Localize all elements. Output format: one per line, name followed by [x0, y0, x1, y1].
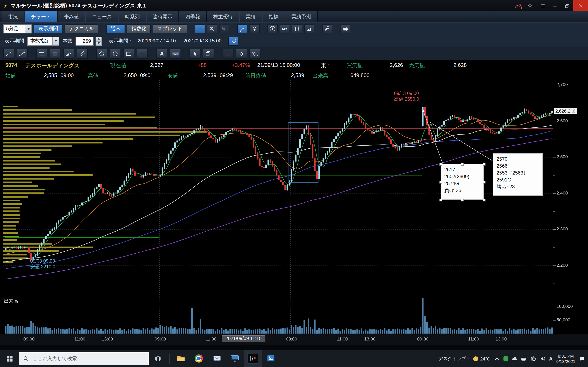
h-line-tool[interactable]	[137, 49, 148, 58]
channel-tool[interactable]	[77, 49, 88, 58]
h-grid-dense-tool[interactable]	[50, 49, 61, 58]
eraser-all-tool[interactable]	[250, 49, 260, 58]
print-button[interactable]	[340, 24, 350, 33]
spinner-down-icon[interactable]	[95, 41, 102, 45]
task-view-button[interactable]	[149, 350, 167, 367]
chevron-down-icon[interactable]	[25, 25, 31, 33]
volume-pane-label: 出来高	[4, 298, 18, 304]
note-box-1[interactable]: 26172602(2609)2574G負け-35	[441, 164, 484, 200]
volume-axis-label: 100,000	[557, 304, 573, 309]
weather-temp: 24°C	[480, 356, 490, 361]
selection-handle[interactable]	[439, 162, 442, 165]
trend-line-tool[interactable]	[3, 49, 14, 58]
count-spinner[interactable]	[95, 36, 102, 45]
link-icon[interactable]: 1	[512, 0, 524, 11]
time-axis-label: 13:00	[99, 336, 116, 341]
ray-line-tool[interactable]	[17, 49, 28, 58]
selection-handle[interactable]	[439, 198, 442, 201]
ime-indicator[interactable]: A	[549, 356, 553, 361]
tab-disclosure[interactable]: 適時開示	[146, 11, 179, 22]
volume-icon[interactable]	[540, 356, 545, 361]
zoom-out-button[interactable]	[219, 24, 229, 33]
fan-lines-tool[interactable]	[63, 49, 74, 58]
polygon-tool[interactable]	[96, 49, 107, 58]
indexed-mode-button[interactable]: 指数化	[127, 24, 151, 33]
network-icon[interactable]	[530, 356, 536, 361]
selection-handle[interactable]	[461, 162, 464, 165]
my-chart-button[interactable]: MY	[280, 24, 290, 33]
h-grid-tool[interactable]	[36, 49, 47, 58]
selection-handle[interactable]	[483, 198, 485, 201]
draw-button[interactable]	[237, 24, 247, 33]
search-icon[interactable]	[524, 0, 536, 11]
tab-forecast[interactable]: 業績予測	[285, 11, 318, 22]
mail-app-icon[interactable]	[208, 350, 226, 367]
tab-benefit[interactable]: 株主優待	[207, 11, 239, 22]
copy-tool[interactable]	[203, 49, 214, 58]
start-button[interactable]	[0, 350, 19, 367]
selection-handle[interactable]	[439, 180, 442, 183]
tab-tick[interactable]: 歩み値	[58, 11, 86, 22]
period-button[interactable]: 表示期間	[34, 24, 62, 33]
chevron-up-icon[interactable]	[494, 356, 500, 361]
close-button[interactable]	[573, 0, 588, 11]
tab-earnings[interactable]: 業績	[239, 11, 262, 22]
technical-button[interactable]: テクニカル	[65, 24, 99, 33]
taskbar-search[interactable]: ここに入力して検索	[19, 352, 149, 365]
range-label: 表示期間	[4, 38, 24, 44]
candle-chart-button[interactable]	[292, 24, 302, 33]
wrench-button[interactable]	[322, 24, 332, 33]
photos-app-icon[interactable]	[262, 350, 280, 367]
icon-stamp-tool[interactable]: icon	[170, 49, 181, 58]
eraser-tool[interactable]	[236, 49, 247, 58]
bar-count-input[interactable]: 259	[76, 36, 94, 45]
tab-indicator[interactable]: 指標	[262, 11, 285, 22]
tab-time-series[interactable]: 時系列	[118, 11, 146, 22]
spread-mode-button[interactable]: スプレッド	[153, 24, 187, 33]
h-grid-dense-icon	[52, 50, 59, 57]
reset-button[interactable]	[228, 36, 238, 45]
selection-handle[interactable]	[461, 198, 464, 201]
tab-shikiho[interactable]: 四季報	[179, 11, 207, 22]
pointer-tool[interactable]	[190, 49, 200, 58]
info-button[interactable]: i	[268, 24, 278, 33]
minimize-button[interactable]	[549, 0, 561, 11]
add-button[interactable]	[195, 24, 205, 33]
green-status-icon[interactable]	[503, 356, 508, 361]
normal-mode-button[interactable]: 通常	[106, 24, 125, 33]
cloud-icon[interactable]	[511, 356, 517, 361]
locked-tool[interactable]	[223, 49, 233, 58]
spinner-up-icon[interactable]	[95, 36, 102, 41]
yen-button[interactable]: ¥	[250, 24, 260, 33]
count-mode-select[interactable]: 本数指定	[27, 36, 59, 45]
taskbar-clock[interactable]: 8:31 PM 9/13/2021	[556, 353, 575, 364]
restore-button[interactable]	[561, 0, 573, 11]
selection-handle[interactable]	[483, 162, 485, 165]
eraser-all-icon	[251, 50, 259, 57]
chevron-down-icon[interactable]	[52, 37, 59, 45]
text-tool[interactable]: A	[156, 49, 167, 58]
selection-handle[interactable]	[483, 180, 485, 183]
weather-widget[interactable]: 24°C	[473, 356, 490, 361]
chart-app-app-icon[interactable]	[244, 350, 262, 367]
ellipse-tool[interactable]	[110, 49, 121, 58]
note-box-2[interactable]: 257025662553（2563）2591G勝ち+28	[493, 153, 543, 196]
chrome-app-icon[interactable]	[190, 350, 208, 367]
file-explorer-app-icon[interactable]	[172, 350, 190, 367]
tab-news[interactable]: ニュース	[85, 11, 118, 22]
notification-icon[interactable]	[579, 356, 585, 361]
low-label: 安値	[167, 72, 178, 80]
battery-icon[interactable]	[521, 356, 527, 361]
menu-icon[interactable]	[536, 0, 549, 11]
rectangle-tool[interactable]	[123, 49, 134, 58]
area-chart-button[interactable]	[304, 24, 314, 33]
remote-desktop-app-icon[interactable]	[226, 350, 244, 367]
zoom-in-button[interactable]	[207, 24, 217, 33]
timeframe-select[interactable]: 5分足	[3, 24, 32, 33]
desktop-toolbar[interactable]: デスクトップ »	[439, 356, 470, 362]
period-value: 2021/09/07 14:10 ～ 2021/09/13 15:00	[138, 38, 222, 44]
my-chart-icon: MY	[282, 27, 287, 31]
tab-chart[interactable]: チャート	[25, 11, 58, 22]
time-axis-label: 11:00	[203, 336, 219, 341]
tab-market[interactable]: 市況	[2, 11, 25, 22]
